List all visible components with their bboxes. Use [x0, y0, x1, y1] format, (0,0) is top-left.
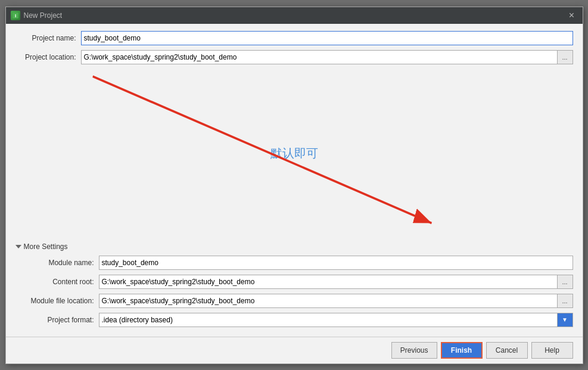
project-format-select[interactable]: .idea (directory based) — [99, 313, 558, 327]
content-root-browse-button[interactable]: ... — [558, 275, 573, 289]
module-name-row: Module name: — [15, 256, 573, 270]
project-format-row: Project format: .idea (directory based) — [15, 313, 573, 327]
new-project-dialog: I New Project × Project name: Project lo… — [5, 7, 583, 364]
project-location-label: Project location: — [15, 53, 81, 61]
more-settings-section: More Settings Module name: Content root:… — [15, 242, 573, 329]
module-name-input[interactable] — [99, 256, 573, 270]
project-name-row: Project name: — [15, 31, 573, 45]
title-bar-left: I New Project — [11, 11, 63, 20]
module-name-field — [99, 256, 573, 270]
svg-text:I: I — [14, 13, 15, 18]
close-button[interactable]: × — [566, 10, 578, 21]
help-button[interactable]: Help — [531, 342, 573, 359]
module-name-label: Module name: — [15, 259, 99, 267]
title-bar: I New Project × — [6, 7, 583, 24]
main-area: 默认即可 — [15, 69, 573, 238]
module-file-location-label: Module file location: — [15, 297, 99, 305]
svg-line-3 — [92, 76, 431, 223]
more-settings-fields: Module name: Content root: ... Module fi… — [15, 256, 573, 329]
more-settings-label: More Settings — [24, 242, 68, 251]
module-file-location-browse-button[interactable]: ... — [558, 294, 573, 308]
project-location-field: ... — [81, 50, 573, 64]
content-root-field: ... — [99, 275, 573, 289]
project-format-label: Project format: — [15, 316, 99, 324]
project-name-label: Project name: — [15, 34, 81, 42]
cancel-button[interactable]: Cancel — [486, 342, 528, 359]
arrow-annotation — [15, 69, 573, 238]
content-root-label: Content root: — [15, 278, 99, 286]
project-format-select-wrapper: .idea (directory based) — [99, 313, 573, 327]
project-location-row: Project location: ... — [15, 50, 573, 64]
idea-icon: I — [11, 11, 20, 20]
content-root-input[interactable] — [99, 275, 558, 289]
annotation-text: 默认即可 — [270, 145, 318, 161]
previous-button[interactable]: Previous — [391, 342, 437, 359]
project-location-input[interactable] — [81, 50, 558, 64]
dialog-title: New Project — [24, 11, 63, 20]
module-file-location-input[interactable] — [99, 294, 558, 308]
module-file-location-field: ... — [99, 294, 573, 308]
finish-button[interactable]: Finish — [441, 342, 483, 359]
dialog-body: Project name: Project location: ... 默认即可 — [6, 24, 583, 337]
project-location-browse-button[interactable]: ... — [558, 50, 573, 64]
project-name-input[interactable] — [81, 31, 573, 45]
content-root-row: Content root: ... — [15, 275, 573, 289]
dialog-footer: Previous Finish Cancel Help — [6, 337, 583, 363]
module-file-location-row: Module file location: ... — [15, 294, 573, 308]
expand-icon — [15, 245, 21, 248]
project-format-dropdown-arrow[interactable] — [558, 313, 573, 327]
more-settings-toggle[interactable]: More Settings — [15, 242, 573, 251]
